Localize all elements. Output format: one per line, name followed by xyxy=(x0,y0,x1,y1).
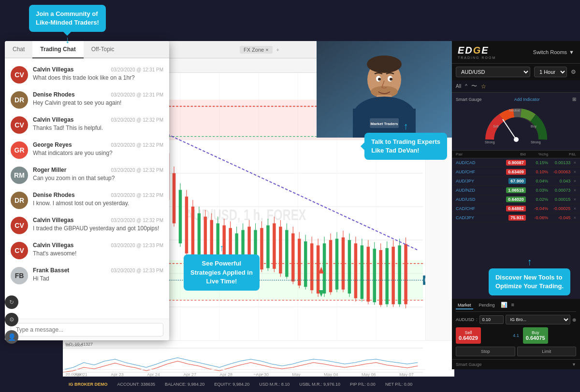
avatar: CV xyxy=(11,66,28,84)
sender-name: Denise Rhodes xyxy=(33,91,75,98)
name-time-row: Denise Rhodes 03/20/2020 @ 12:32 PM xyxy=(33,192,163,198)
indicator-label: %D: 10.41327 xyxy=(65,342,93,347)
tab-chat[interactable]: Chat xyxy=(5,41,32,58)
video-person-bg: Market Traders xyxy=(317,41,452,138)
timeframe-dropdown[interactable]: 1 Hour xyxy=(534,67,567,77)
callout3-line3: Live Time! xyxy=(190,277,253,286)
broker-select[interactable]: IG Bro... xyxy=(506,315,570,324)
trading-panel: Market Pending 📊 ≡ AUDUSD : IG Bro... ⊕ … xyxy=(452,299,580,359)
tab-chart-icon[interactable]: 📊 xyxy=(501,302,508,309)
switch-rooms-label: Switch Rooms xyxy=(533,49,567,55)
date-apr24: Apr 24 xyxy=(147,372,160,377)
sender-name: Calvin Villegas xyxy=(33,217,74,224)
message-content: Calvin Villegas 03/20/2020 @ 12:31 PM Wh… xyxy=(33,66,163,82)
smart-gauge-label: Smart Gauge xyxy=(456,97,482,102)
name-time-row: George Reyes 03/20/2020 @ 12:32 PM xyxy=(33,141,163,148)
pair-change: 0.15% xyxy=(526,160,548,165)
pair-dropdown[interactable]: AUD/USD xyxy=(456,67,530,77)
usbl-mr-label: USBL M.R.: 9,976.10 xyxy=(299,382,340,387)
gauge-header: Smart Gauge Add Indicator ⊞ xyxy=(456,97,576,102)
sender-name: George Reyes xyxy=(33,141,72,148)
wave-icon[interactable]: 〜 xyxy=(471,82,477,90)
message-content: Calvin Villegas 03/20/2020 @ 12:33 PM Th… xyxy=(33,242,163,258)
sender-name: Calvin Villegas xyxy=(33,116,74,123)
svg-text:Strong: Strong xyxy=(485,140,495,144)
svg-text:Strong: Strong xyxy=(531,140,541,144)
gauge-expand-icon[interactable]: ⊞ xyxy=(572,97,576,102)
chat-input[interactable] xyxy=(11,323,163,336)
switch-rooms-button[interactable]: Switch Rooms ▼ xyxy=(533,49,574,55)
message-content: Denise Rhodes 03/20/2020 @ 12:31 PM Hey … xyxy=(33,91,163,107)
avatar: CV xyxy=(11,116,28,134)
pair-row[interactable]: AUD/USD 0.64020 0.02% 0.00015 × xyxy=(452,195,580,204)
close-pair-icon[interactable]: × xyxy=(574,206,576,211)
col-chg: %chg xyxy=(526,152,548,156)
pair-change: 0.03% xyxy=(526,188,548,193)
amount-input[interactable] xyxy=(479,315,504,324)
add-indicator-btn[interactable]: Add Indicator xyxy=(514,97,540,102)
pair-pnl: 0.00015 × xyxy=(548,197,576,202)
close-pair-icon[interactable]: × xyxy=(574,179,576,183)
tab-market[interactable]: Market xyxy=(456,302,473,309)
sell-side: Sell 0.64029 xyxy=(456,327,509,344)
pair-row[interactable]: AUD/CAD 0.90087 0.15% 0.00133 × xyxy=(452,158,580,168)
tab-trading-chat[interactable]: Trading Chat xyxy=(32,41,83,58)
close-pair-icon[interactable]: × xyxy=(574,197,576,202)
sell-button[interactable]: Sell 0.64029 xyxy=(456,327,481,344)
message-text: I know. I almost lost out on yesterday. xyxy=(33,199,163,208)
pair-pnl: -0.00025 × xyxy=(548,206,576,211)
pair-change: 0.10% xyxy=(526,169,548,174)
footer-chevron-icon[interactable]: ▼ xyxy=(572,362,576,367)
pair-row[interactable]: CAD/CHF 0.64882 -0.04% -0.00025 × xyxy=(452,204,580,213)
chat-messages: CV Calvin Villegas 03/20/2020 @ 12:31 PM… xyxy=(5,58,169,319)
chart-tab-plus[interactable]: + xyxy=(276,47,279,53)
market-tabs: Market Pending 📊 ≡ xyxy=(456,302,576,312)
user-avatar-left[interactable]: 👤 xyxy=(5,330,18,344)
chart-tab-active[interactable]: FX Zone × xyxy=(240,46,273,54)
smart-gauge-footer-label: Smart Gauge xyxy=(456,362,482,367)
svg-point-169 xyxy=(390,78,392,81)
colon-sep: : xyxy=(476,317,478,322)
close-pair-icon[interactable]: × xyxy=(574,160,576,165)
callout-strategies: See Powerful Strategies Applied in Live … xyxy=(184,254,260,291)
pair-row[interactable]: AUD/NZD 1.06515 0.03% 0.00073 × xyxy=(452,186,580,195)
limit-button[interactable]: Limit xyxy=(517,347,577,356)
sell-label: Sell xyxy=(459,330,478,335)
date-apr28: Apr 28 xyxy=(219,372,232,377)
add-icon[interactable]: ⊕ xyxy=(572,317,576,322)
edge-trading-room-subtitle: TRADING ROOM xyxy=(458,56,496,59)
close-pair-icon[interactable]: × xyxy=(574,169,576,174)
arrow-up-icon2: ↑ xyxy=(219,241,224,254)
close-pair-icon[interactable]: × xyxy=(574,188,576,193)
message-content: Denise Rhodes 03/20/2020 @ 12:32 PM I kn… xyxy=(33,192,163,208)
settings-icon-left[interactable]: ⚙ xyxy=(5,313,18,326)
chat-message: CV Calvin Villegas 03/20/2020 @ 12:33 PM… xyxy=(5,238,169,263)
message-time: 03/20/2020 @ 12:31 PM xyxy=(111,67,163,72)
pair-row[interactable]: AUD/CHF 0.63409 0.10% -0.00063 × xyxy=(452,168,580,177)
pair-row[interactable]: CAD/JPY 75.931 -0.06% -0.045 × xyxy=(452,213,580,223)
star-icon[interactable]: ☆ xyxy=(481,83,486,90)
message-time: 03/20/2020 @ 12:33 PM xyxy=(111,243,163,248)
name-time-row: Frank Basset 03/20/2020 @ 12:33 PM xyxy=(33,267,163,274)
avatar: DR xyxy=(11,91,28,109)
status-bar: IG BROKER DEMO ACCOUNT: 338635 BALANCE: … xyxy=(63,377,454,392)
pair-row[interactable]: AUD/JPY 67.900 0.04% 0.043 × xyxy=(452,177,580,186)
close-pair-icon[interactable]: × xyxy=(574,215,576,220)
refresh-icon[interactable]: ↻ xyxy=(5,295,18,309)
callout1-line2: Like-Minded Traders! xyxy=(36,18,99,27)
tab-off-topic[interactable]: Off-Topic xyxy=(84,41,122,58)
callout4-line1: Discover New Tools to xyxy=(495,273,564,282)
message-content: Calvin Villegas 03/20/2020 @ 12:32 PM I … xyxy=(33,217,163,233)
date-apr23: Apr 23 xyxy=(111,372,124,377)
message-text: Hey Calvin great to see you again! xyxy=(33,99,163,107)
message-time: 03/20/2020 @ 12:32 PM xyxy=(111,142,163,148)
tab-pending[interactable]: Pending xyxy=(477,302,497,309)
collapse-icon[interactable]: ^ xyxy=(465,84,467,89)
pair-name: AUD/CAD xyxy=(456,160,498,165)
settings-icon[interactable]: ⚙ xyxy=(571,69,576,75)
buy-button[interactable]: Buy 0.64075 xyxy=(523,327,548,344)
tab-list-icon[interactable]: ≡ xyxy=(511,302,514,309)
all-tab[interactable]: All xyxy=(456,84,461,89)
stop-button[interactable]: Stop xyxy=(456,347,515,356)
main-container: FX Zone × + ← → ↻ ↩ ↪ | + ↖ | ✏ ⁄ ↔ 📊 | xyxy=(0,0,580,392)
